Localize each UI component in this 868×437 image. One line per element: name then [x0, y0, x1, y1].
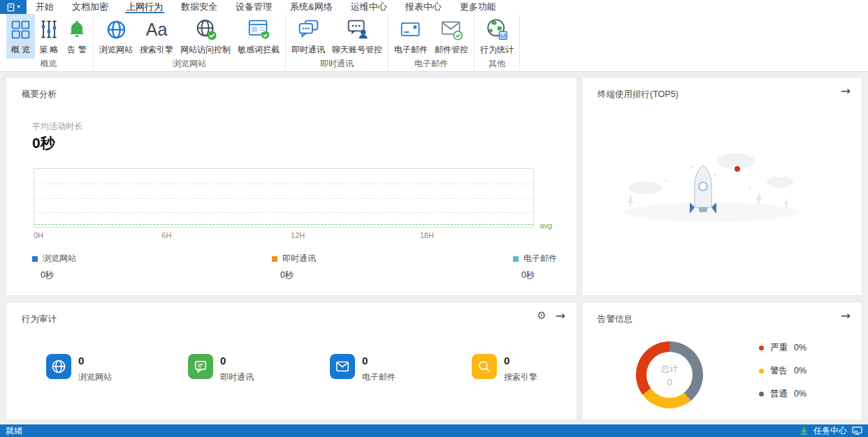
stat-email[interactable]: 0 电子邮件 [330, 354, 472, 383]
globe-badge-icon [46, 354, 71, 379]
caret-down-icon: ▾ [17, 4, 20, 10]
arrow-right-icon[interactable]: → [841, 310, 851, 322]
ribbon-item-alert[interactable]: 告 警 [63, 14, 91, 59]
stat-label: 搜索引擎 [504, 371, 537, 383]
menu-tab-ops-center[interactable]: 运维中心 [342, 0, 396, 14]
ribbon-item-label: 行为统计 [480, 44, 514, 56]
donut-total-value: 0 [667, 377, 672, 387]
red-planet-dot [735, 166, 740, 172]
site-access-control-icon [194, 16, 217, 43]
stat-im[interactable]: 0 即时通讯 [188, 354, 330, 383]
ribbon-item-site-access-control[interactable]: 网站访问控制 [177, 14, 234, 59]
menu-bar: ▾ 开始 文档加密 上网行为 数据安全 设备管理 系统&网络 运维中心 报表中心… [0, 0, 868, 14]
stat-label: 电子邮件 [362, 371, 396, 383]
audit-stats-row: 0 浏览网站 0 即时通讯 0 电子邮件 [46, 354, 614, 383]
ribbon-item-search-engine[interactable]: Aa 搜索引擎 [136, 14, 177, 59]
legend-item-email: 电子邮件 0秒 [513, 253, 557, 281]
stat-label: 浏览网站 [78, 371, 112, 383]
ribbon-group-im: 即时通讯 聊天账号管控 即时通讯 [286, 14, 389, 71]
x-tick: 18H [420, 231, 434, 239]
email-icon [400, 16, 422, 43]
ribbon-item-browse-site[interactable]: 浏览网站 [96, 14, 136, 59]
stat-browse-site[interactable]: 0 浏览网站 [46, 354, 188, 383]
terminal-top5-card: 终端使用排行(TOP5) → [581, 77, 862, 296]
legend-value: 0秒 [280, 269, 316, 281]
search-engine-aa-icon: Aa [146, 16, 168, 43]
menu-tab-device-mgmt[interactable]: 设备管理 [226, 0, 281, 14]
ribbon-item-overview[interactable]: 概 览 [6, 14, 35, 59]
menu-tab-start[interactable]: 开始 [27, 0, 63, 14]
behavior-audit-card: 行为审计 ⚙ → 0 浏览网站 0 即时通讯 [6, 302, 577, 420]
avg-reference-line [34, 224, 533, 225]
menu-tab-system-network[interactable]: 系统&网络 [281, 0, 342, 14]
legend-value: 0% [794, 389, 806, 399]
menu-tab-doc-encrypt[interactable]: 文档加密 [63, 0, 117, 14]
activity-area-chart: avg [34, 168, 534, 228]
browse-globe-icon [106, 16, 127, 43]
ribbon-item-label: 电子邮件 [394, 44, 428, 56]
menu-tab-web-behavior[interactable]: 上网行为 [117, 0, 172, 14]
legend-value: 0% [794, 343, 806, 353]
ribbon-item-sensitive-word-block[interactable]: 敏感词拦截 [234, 14, 283, 59]
legend-swatch [513, 256, 519, 262]
arrow-right-icon[interactable]: → [841, 85, 851, 97]
stat-value: 0 [504, 354, 537, 366]
gear-icon[interactable]: ⚙ [537, 311, 546, 321]
legend-item-im: 即时通讯 0秒 [272, 253, 316, 281]
dashboard-main: 概要分析 平均活动时长 0秒 avg 0H 6H 12H 18H 浏览网站 0秒… [0, 72, 868, 424]
alert-info-card: 告警信息 → 总计 0 严重 0% 警告 0% 普通 0% [581, 302, 862, 420]
arrow-right-icon[interactable]: → [556, 310, 565, 322]
ribbon-item-chat-account-control[interactable]: 聊天账号管控 [328, 14, 386, 59]
alert-legend: 严重 0% 警告 0% 普通 0% [759, 343, 806, 413]
ribbon-item-behavior-stats[interactable]: 行为统计 [477, 14, 517, 59]
ribbon-group-overview: 概 览 策 略 告 警 概览 [4, 14, 94, 71]
ribbon-item-label: 策 略 [39, 44, 58, 56]
legend-dot [759, 369, 764, 373]
sensitive-word-block-icon [247, 16, 270, 43]
avg-line-label: avg [540, 221, 552, 230]
legend-item-normal: 普通 0% [759, 390, 806, 398]
ribbon-item-im[interactable]: 即时通讯 [288, 14, 328, 59]
legend-dot [759, 392, 764, 397]
menu-tab-report-center[interactable]: 报表中心 [396, 0, 451, 14]
ribbon-item-policy[interactable]: 策 略 [35, 14, 63, 59]
ribbon-item-label: 网站访问控制 [180, 44, 231, 56]
legend-label: 普通 [770, 388, 788, 400]
chart-gridline [34, 184, 533, 184]
mail-control-icon [440, 16, 463, 43]
legend-swatch [32, 256, 38, 262]
menu-tab-data-security[interactable]: 数据安全 [172, 0, 226, 14]
donut-total-label: 总计 [661, 363, 678, 375]
empty-state-rocket-illustration [607, 146, 837, 226]
x-tick: 12H [291, 231, 305, 239]
legend-value: 0秒 [521, 269, 557, 281]
stat-value: 0 [362, 354, 396, 366]
ribbon-item-email[interactable]: 电子邮件 [391, 14, 431, 59]
ribbon-item-label: 告 警 [67, 44, 86, 56]
task-center-label: 任务中心 [813, 425, 847, 437]
search-badge-icon [472, 354, 497, 379]
legend-label: 电子邮件 [523, 253, 557, 265]
ribbon-item-label: 浏览网站 [99, 44, 133, 56]
monitor-icon[interactable] [852, 427, 862, 435]
card-title: 终端使用排行(TOP5) [598, 89, 679, 101]
legend-item-severe: 严重 0% [759, 343, 806, 352]
ribbon-item-mail-control[interactable]: 邮件管控 [431, 14, 472, 59]
ribbon-group-label: 即时通讯 [288, 59, 386, 71]
x-tick: 0H [34, 231, 43, 239]
stat-label: 即时通讯 [220, 371, 254, 383]
stat-value: 0 [220, 354, 254, 366]
legend-dot [759, 346, 764, 350]
ribbon-group-label: 其他 [477, 59, 517, 71]
ribbon-group-label: 浏览网站 [96, 59, 283, 71]
card-title: 概要分析 [22, 89, 57, 101]
ribbon-item-label: 概 览 [11, 44, 30, 56]
app-logo-icon [6, 3, 15, 12]
ribbon-group-label: 电子邮件 [391, 59, 472, 71]
menu-tab-more[interactable]: 更多功能 [451, 0, 505, 14]
legend-item-browse: 浏览网站 0秒 [32, 253, 76, 281]
task-center-button[interactable]: 任务中心 [800, 425, 862, 437]
app-menu-button[interactable]: ▾ [0, 0, 27, 14]
status-bar: 就绪 任务中心 [0, 424, 868, 437]
summary-analysis-card: 概要分析 平均活动时长 0秒 avg 0H 6H 12H 18H 浏览网站 0秒… [6, 77, 577, 296]
